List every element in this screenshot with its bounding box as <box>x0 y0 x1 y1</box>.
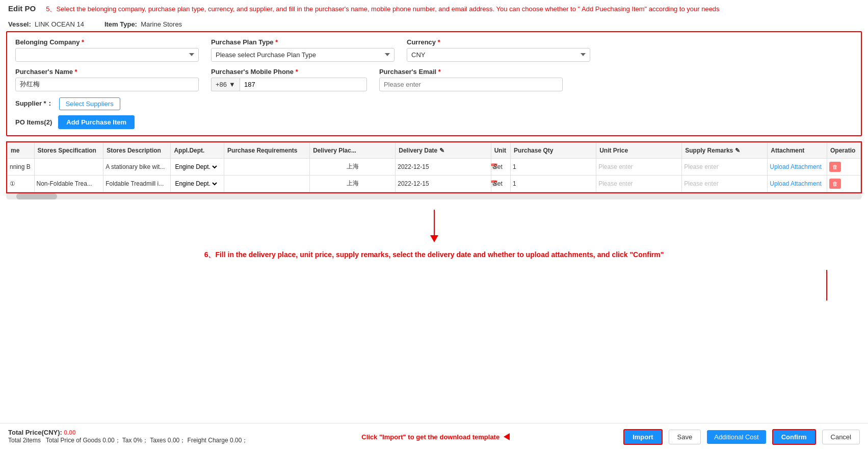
cell-unit-price[interactable] <box>596 158 682 175</box>
table-body: nning B A stationary bike wit... Engine … <box>8 158 861 192</box>
unit-price-input[interactable] <box>598 180 679 187</box>
cell-dept[interactable]: Engine Dept. <box>171 158 224 175</box>
purchase-plan-type-group: Purchase Plan Type * Please select Purch… <box>211 38 394 62</box>
cell-attachment[interactable]: Upload Attachment <box>768 158 827 175</box>
annotation-text-bottom: 6、Fill in the delivery place, unit price… <box>194 251 674 260</box>
cell-operation[interactable]: 🗑 <box>827 175 861 192</box>
delivery-place-input[interactable] <box>312 163 393 170</box>
cell-delivery-place[interactable] <box>310 175 396 192</box>
cell-attachment[interactable]: Upload Attachment <box>768 175 827 192</box>
belonging-company-select[interactable] <box>15 48 199 62</box>
arrow-down-red <box>430 235 438 242</box>
supplier-label: Supplier *： <box>15 99 53 108</box>
purchase-plan-type-select[interactable]: Please select Purchase Plan Type <box>211 48 394 62</box>
phone-prefix[interactable]: +86 ▼ <box>211 78 240 91</box>
cell-req[interactable] <box>224 158 310 175</box>
cell-unit-price[interactable] <box>596 175 682 192</box>
cell-name: nning B <box>8 158 35 175</box>
phone-group: +86 ▼ <box>211 78 367 91</box>
delivery-date-input[interactable] <box>398 180 488 187</box>
purchaser-email-input[interactable] <box>379 78 563 91</box>
cell-desc: A stationary bike wit... <box>103 158 171 175</box>
col-attachment: Attachment <box>768 142 827 158</box>
page-title: Edit PO <box>8 4 36 13</box>
cell-unit: Set <box>491 175 510 192</box>
currency-select[interactable]: CNY <box>407 48 590 62</box>
purchase-plan-type-label: Purchase Plan Type * <box>211 38 394 46</box>
purchaser-name-input[interactable] <box>15 78 199 91</box>
col-supply-remarks: Supply Remarks ✎ <box>682 142 768 158</box>
col-spec: Stores Specification <box>34 142 103 158</box>
cell-spec: Non-Foldable Trea... <box>34 175 103 192</box>
purchaser-mobile-label: Purchaser's Mobile Phone * <box>211 68 367 76</box>
supply-remarks-input[interactable] <box>684 163 765 170</box>
delivery-place-input[interactable] <box>312 180 393 187</box>
supply-remarks-input[interactable] <box>684 180 765 187</box>
table-wrapper[interactable]: me Stores Specification Stores Descripti… <box>7 142 861 192</box>
col-delivery-date: Delivery Date ✎ <box>396 142 491 158</box>
cell-dept[interactable]: Engine Dept. <box>171 175 224 192</box>
table-header-row: me Stores Specification Stores Descripti… <box>8 142 861 158</box>
currency-group: Currency * CNY <box>407 38 590 62</box>
dept-select[interactable]: Engine Dept. <box>173 163 219 171</box>
cell-qty[interactable] <box>511 175 596 192</box>
chevron-down-icon: ▼ <box>229 81 235 88</box>
cell-unit: Set <box>491 158 510 175</box>
dept-select[interactable]: Engine Dept. <box>173 180 219 188</box>
cell-supply-remarks[interactable] <box>682 175 768 192</box>
upload-attachment-link[interactable]: Upload Attachment <box>770 163 821 170</box>
add-purchase-item-button[interactable]: Add Purchase Item <box>58 115 135 129</box>
item-type-label: Item Type: Marine Stores <box>104 20 182 28</box>
horizontal-scrollbar[interactable] <box>6 193 862 199</box>
col-desc: Stores Description <box>103 142 171 158</box>
delivery-date-input[interactable] <box>398 163 488 170</box>
col-qty: Purchase Qty <box>511 142 596 158</box>
cell-delivery-date[interactable]: 📅 <box>396 175 491 192</box>
purchaser-email-label: Purchaser's Email * <box>379 68 563 76</box>
req-input[interactable] <box>226 163 307 170</box>
cell-req[interactable] <box>224 175 310 192</box>
cell-delivery-place[interactable] <box>310 158 396 175</box>
cell-spec <box>34 158 103 175</box>
cell-qty[interactable] <box>511 158 596 175</box>
po-items-row: PO Items(2) Add Purchase Item <box>15 115 853 129</box>
annotation-container: 6、Fill in the delivery place, unit price… <box>0 199 868 270</box>
col-delivery-place: Delivery Plac... <box>310 142 396 158</box>
upload-attachment-link[interactable]: Upload Attachment <box>770 180 821 187</box>
form-section: Belonging Company * Purchase Plan Type *… <box>6 31 862 136</box>
col-req: Purchase Requirements <box>224 142 310 158</box>
po-items-table: me Stores Specification Stores Descripti… <box>7 142 861 192</box>
vessel-info: Vessel: LINK OCEAN 14 Item Type: Marine … <box>0 18 868 31</box>
vessel-label: Vessel: LINK OCEAN 14 <box>8 20 84 28</box>
purchaser-name-group: Purchaser's Name * <box>15 68 199 91</box>
cell-supply-remarks[interactable] <box>682 158 768 175</box>
belonging-company-group: Belonging Company * <box>15 38 199 62</box>
cell-desc: Foldable Treadmill i... <box>103 175 171 192</box>
purchaser-email-group: Purchaser's Email * <box>379 68 563 91</box>
arrow-line-v <box>434 210 435 235</box>
purchaser-name-label: Purchaser's Name * <box>15 68 199 76</box>
currency-label: Currency * <box>407 38 590 46</box>
supplier-row: Supplier *： Select Suppliers <box>15 97 853 110</box>
phone-number-input[interactable] <box>240 78 367 91</box>
req-input[interactable] <box>226 180 307 187</box>
col-unit: Unit <box>491 142 510 158</box>
col-unit-price: Unit Price <box>596 142 682 158</box>
confirm-arrow-line <box>826 270 827 301</box>
po-items-label: PO Items(2) <box>15 118 52 126</box>
qty-input[interactable] <box>513 180 594 187</box>
select-suppliers-button[interactable]: Select Suppliers <box>59 97 120 110</box>
delete-row-button[interactable]: 🗑 <box>829 162 841 172</box>
cell-delivery-date[interactable]: 📅 <box>396 158 491 175</box>
confirm-arrow-container <box>0 270 868 301</box>
unit-price-input[interactable] <box>598 163 679 170</box>
col-name: me <box>8 142 35 158</box>
delete-row-button[interactable]: 🗑 <box>829 179 841 189</box>
qty-input[interactable] <box>513 163 594 170</box>
cell-operation[interactable]: 🗑 <box>827 158 861 175</box>
belonging-company-label: Belonging Company * <box>15 38 199 46</box>
col-operation: Operatio <box>827 142 861 158</box>
instruction-text: 5、Select the belonging company, purchase… <box>46 4 860 14</box>
page-header: Edit PO 5、Select the belonging company, … <box>0 0 868 18</box>
form-row-2: Purchaser's Name * Purchaser's Mobile Ph… <box>15 68 853 91</box>
